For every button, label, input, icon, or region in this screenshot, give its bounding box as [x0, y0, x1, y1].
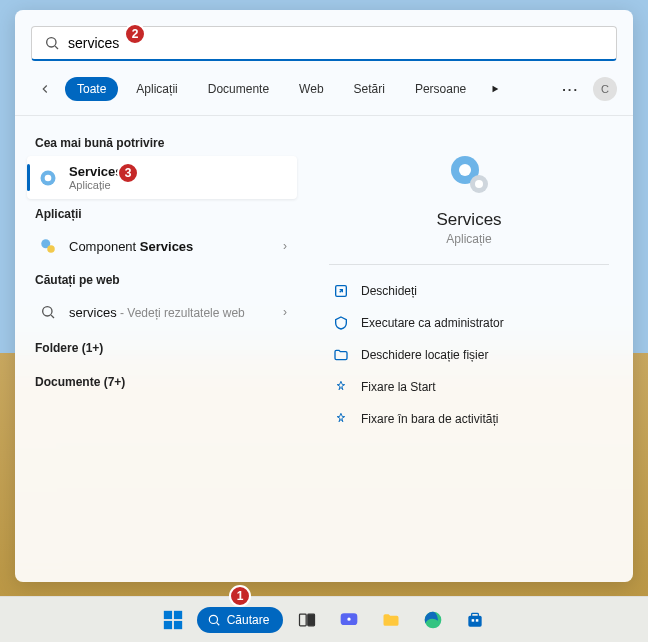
chevron-right-icon: › — [283, 305, 287, 319]
annotation-badge-3: 3 — [117, 162, 139, 184]
annotation-badge-2: 2 — [124, 23, 146, 45]
preview-subtitle: Aplicație — [446, 232, 491, 246]
action-run-as-admin[interactable]: Executare ca administrator — [329, 307, 609, 339]
tab-web[interactable]: Web — [287, 77, 335, 101]
action-open[interactable]: Deschideți — [329, 275, 609, 307]
preview-panel: Services Aplicație Deschideți Executare … — [305, 116, 633, 582]
pin-icon — [333, 411, 349, 427]
svg-rect-26 — [472, 613, 479, 616]
svg-rect-28 — [476, 619, 479, 622]
user-avatar[interactable]: C — [593, 77, 617, 101]
preview-app-icon — [445, 150, 493, 198]
taskbar: Căutare 1 — [0, 596, 648, 642]
open-icon — [333, 283, 349, 299]
results-left-column: Cea mai bună potrivire Services Aplicați… — [15, 116, 305, 582]
web-search-icon — [37, 301, 59, 323]
pin-icon — [333, 379, 349, 395]
best-match-item[interactable]: Services Aplicație 3 — [27, 156, 297, 199]
svg-point-18 — [209, 615, 217, 623]
svg-line-8 — [51, 315, 54, 318]
taskbar-search-button[interactable]: Căutare 1 — [197, 607, 284, 633]
svg-rect-21 — [308, 614, 315, 626]
services-app-icon — [37, 167, 59, 189]
tab-people[interactable]: Persoane — [403, 77, 478, 101]
svg-line-1 — [55, 46, 58, 49]
tab-apps[interactable]: Aplicații — [124, 77, 189, 101]
action-label: Executare ca administrator — [361, 316, 504, 330]
action-pin-to-start[interactable]: Fixare la Start — [329, 371, 609, 403]
best-match-header: Cea mai bună potrivire — [27, 128, 297, 156]
svg-rect-16 — [163, 620, 171, 628]
start-button[interactable] — [155, 602, 191, 638]
action-pin-to-taskbar[interactable]: Fixare în bara de activități — [329, 403, 609, 435]
start-search-panel: 2 Toate Aplicații Documente Web Setări P… — [15, 10, 633, 582]
svg-rect-15 — [174, 610, 182, 618]
preview-actions: Deschideți Executare ca administrator De… — [329, 275, 609, 435]
best-match-title: Services — [69, 164, 287, 179]
chat-button[interactable] — [331, 602, 367, 638]
web-search-item[interactable]: services - Vedeți rezultatele web › — [27, 293, 297, 331]
search-bar[interactable]: 2 — [31, 26, 617, 61]
svg-point-7 — [43, 307, 52, 316]
back-button[interactable] — [31, 75, 59, 103]
svg-point-12 — [475, 180, 483, 188]
tab-all[interactable]: Toate — [65, 77, 118, 101]
shield-icon — [333, 315, 349, 331]
svg-point-4 — [45, 174, 52, 181]
svg-rect-25 — [469, 615, 482, 626]
action-open-file-location[interactable]: Deschidere locație fișier — [329, 339, 609, 371]
annotation-badge-1: 1 — [229, 585, 251, 607]
action-label: Deschideți — [361, 284, 417, 298]
svg-marker-2 — [493, 85, 499, 92]
tab-documents[interactable]: Documente — [196, 77, 281, 101]
apps-header: Aplicații — [27, 199, 297, 227]
apps-item-component-services[interactable]: Component Services › — [27, 227, 297, 265]
task-view-button[interactable] — [289, 602, 325, 638]
tabs-more-arrow[interactable] — [484, 78, 506, 101]
preview-divider — [329, 264, 609, 265]
action-label: Fixare la Start — [361, 380, 436, 394]
file-explorer-button[interactable] — [373, 602, 409, 638]
results-content: Cea mai bună potrivire Services Aplicați… — [15, 116, 633, 582]
search-input[interactable] — [68, 35, 604, 51]
more-options-button[interactable]: ··· — [554, 78, 587, 101]
filter-tabs-row: Toate Aplicații Documente Web Setări Per… — [15, 69, 633, 116]
action-label: Fixare în bara de activități — [361, 412, 498, 426]
search-bar-container: 2 — [15, 10, 633, 69]
search-icon — [207, 613, 221, 627]
svg-line-19 — [216, 622, 219, 625]
svg-rect-17 — [174, 620, 182, 628]
component-services-icon — [37, 235, 59, 257]
edge-button[interactable] — [415, 602, 451, 638]
apps-item-title: Component Services — [69, 239, 273, 254]
svg-rect-27 — [472, 619, 475, 622]
svg-point-0 — [47, 38, 56, 47]
best-match-subtitle: Aplicație — [69, 179, 287, 191]
taskbar-search-label: Căutare — [227, 613, 270, 627]
action-label: Deschidere locație fișier — [361, 348, 488, 362]
documents-expand[interactable]: Documente (7+) — [27, 365, 297, 399]
folder-icon — [333, 347, 349, 363]
svg-rect-20 — [300, 614, 307, 626]
chevron-right-icon: › — [283, 239, 287, 253]
tab-settings[interactable]: Setări — [342, 77, 397, 101]
web-search-item-title: services - Vedeți rezultatele web — [69, 305, 273, 320]
preview-title: Services — [436, 210, 501, 230]
svg-point-6 — [47, 245, 55, 253]
folders-expand[interactable]: Foldere (1+) — [27, 331, 297, 365]
svg-point-10 — [459, 164, 471, 176]
search-icon — [44, 35, 60, 51]
store-button[interactable] — [457, 602, 493, 638]
web-search-header: Căutați pe web — [27, 265, 297, 293]
svg-rect-14 — [163, 610, 171, 618]
svg-point-23 — [347, 616, 352, 621]
